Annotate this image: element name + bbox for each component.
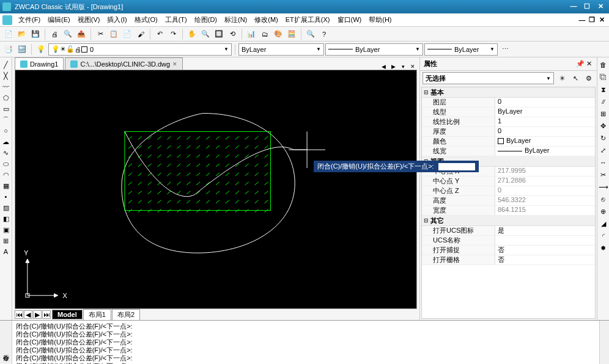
menu-view[interactable]: 视图(V) [74, 14, 104, 26]
tab-prev-button[interactable]: ◀ [379, 64, 388, 70]
prop-ucsname-value[interactable] [495, 236, 595, 245]
linetype-combo[interactable]: ByLayer ▼ [238, 43, 324, 56]
group-misc[interactable]: ⊟其它 [422, 216, 595, 226]
select-objects-button[interactable]: ↖ [570, 73, 581, 84]
design-center-button[interactable]: 🗂 [259, 28, 271, 40]
table-tool[interactable]: ⊞ [1, 236, 11, 246]
rect-tool[interactable]: ▭ [1, 104, 11, 114]
menu-help[interactable]: 帮助(H) [365, 14, 395, 26]
menu-window[interactable]: 窗口(W) [334, 14, 366, 26]
color-combo[interactable]: ByLayer ▼ [325, 43, 423, 56]
selection-combo[interactable]: 无选择 ▼ [423, 72, 554, 84]
menu-draw[interactable]: 绘图(D) [191, 14, 221, 26]
maximize-button[interactable]: ☐ [581, 2, 593, 11]
lineweight-combo[interactable]: ByLayer ▼ [424, 43, 498, 56]
tab-list-button[interactable]: ▾ [399, 64, 407, 70]
menu-dimension[interactable]: 标注(N) [221, 14, 251, 26]
model-tab[interactable]: Model [52, 310, 83, 319]
rotate-tool[interactable]: ↻ [599, 133, 608, 143]
ellipse-tool[interactable]: ⬭ [1, 159, 11, 169]
menu-insert[interactable]: 插入(I) [103, 14, 130, 26]
cut-button[interactable]: ✂ [94, 28, 106, 40]
menu-et[interactable]: ET扩展工具(X) [282, 14, 334, 26]
layout2-tab[interactable]: 布局2 [112, 309, 140, 321]
explode-tool[interactable]: ✸ [599, 243, 608, 253]
menu-file[interactable]: 文件(F) [15, 14, 44, 26]
calc-button[interactable]: 🧮 [286, 28, 298, 40]
minimize-button[interactable]: — [567, 2, 580, 11]
drawing-canvas[interactable]: X Y 闭合(C)/撤销(U)/拟合公差(F)/<下一点>: [15, 70, 417, 309]
matchprop-button[interactable]: 🖌 [135, 28, 147, 40]
props-button[interactable]: 📊 [245, 28, 257, 40]
ellipse-arc-tool[interactable]: ◠ [1, 170, 11, 180]
hatch-tool[interactable]: ▨ [1, 203, 11, 213]
pan-button[interactable]: ✋ [186, 28, 198, 40]
layer-combo[interactable]: 💡 ☀ 🔓 🖨 0 ▼ [48, 43, 232, 56]
arc-tool[interactable]: ⌒ [1, 115, 11, 125]
prop-linetype-value[interactable]: ByLayer [495, 107, 595, 117]
preview-button[interactable]: 🔍 [62, 28, 74, 40]
help-button[interactable]: ? [318, 28, 330, 40]
trim-tool[interactable]: ✂ [599, 170, 608, 180]
prop-snap-value[interactable]: 否 [495, 246, 595, 255]
gradient-tool[interactable]: ◧ [1, 214, 11, 224]
prop-ltscale-value[interactable]: 1 [495, 117, 595, 126]
pin-icon[interactable]: 📌 [576, 60, 585, 68]
menu-edit[interactable]: 编辑(E) [44, 14, 74, 26]
extend-tool[interactable]: ⟶ [599, 182, 608, 192]
zoom-win-button[interactable]: 🔲 [213, 28, 225, 40]
layer-manager-button[interactable]: 📑 [2, 43, 15, 56]
tab-clinic3d[interactable]: C:\...\Desktop\CLINIC-3D.dwg ✕ [65, 57, 183, 70]
prop-ucsicon-value[interactable]: 是 [495, 226, 595, 235]
prop-lineweight-value[interactable]: ByLayer [495, 147, 595, 156]
save-button[interactable]: 💾 [29, 28, 42, 40]
fillet-tool[interactable]: ◜ [599, 231, 608, 241]
scale-tool[interactable]: ⤢ [599, 145, 608, 155]
layout1-tab[interactable]: 布局1 [83, 309, 111, 321]
region-tool[interactable]: ▣ [1, 225, 11, 235]
search-button[interactable]: 🔍 [304, 28, 317, 40]
join-tool[interactable]: ⊕ [599, 206, 608, 216]
mtext-tool[interactable]: A [1, 247, 11, 257]
chamfer-tool[interactable]: ◢ [599, 219, 608, 228]
tab-close-icon[interactable]: ✕ [172, 61, 177, 67]
xline-tool[interactable]: ╳ [1, 71, 11, 81]
prop-thickness-value[interactable]: 0 [495, 127, 595, 136]
prop-color-value[interactable]: ByLayer [495, 137, 595, 146]
zoom-prev-button[interactable]: ⟲ [226, 28, 238, 40]
undo-button[interactable]: ↶ [153, 28, 166, 40]
break-tool[interactable]: ⎋ [599, 194, 608, 204]
menu-modify[interactable]: 修改(M) [251, 14, 282, 26]
command-scrollbar[interactable] [599, 321, 609, 364]
linetype-list-button[interactable]: ⋯ [499, 43, 511, 56]
tab-next-button[interactable]: ▶ [389, 64, 397, 70]
erase-tool[interactable]: 🗑 [599, 60, 608, 70]
polygon-tool[interactable]: ⬠ [1, 93, 11, 103]
menu-format[interactable]: 格式(O) [131, 14, 161, 26]
doc-restore-button[interactable]: ❐ [587, 16, 597, 24]
offset-tool[interactable]: ⫽ [599, 96, 608, 106]
pline-tool[interactable]: 〰 [1, 82, 11, 92]
group-basic[interactable]: ⊟基本 [422, 87, 595, 98]
point-tool[interactable]: • [1, 192, 11, 202]
tool-palettes-button[interactable]: 🎨 [272, 28, 284, 40]
menu-tools[interactable]: 工具(T) [161, 14, 191, 26]
tab-close-button[interactable]: ✕ [408, 64, 417, 70]
block-tool[interactable]: ▦ [1, 181, 11, 191]
line-tool[interactable]: ╱ [1, 60, 11, 70]
doc-close-button[interactable]: ✕ [597, 16, 607, 24]
spline-tool[interactable]: ∿ [1, 148, 11, 158]
circle-tool[interactable]: ○ [1, 126, 11, 136]
panel-close-icon[interactable]: ✕ [585, 60, 593, 68]
quick-select-button[interactable]: ⚙ [583, 73, 594, 84]
doc-minimize-button[interactable]: — [577, 16, 587, 24]
open-button[interactable]: 📂 [16, 28, 28, 40]
publish-button[interactable]: 📤 [75, 28, 87, 40]
copy-tool[interactable]: ⿻ [599, 72, 608, 82]
paste-button[interactable]: 📄 [121, 28, 133, 40]
copy-button[interactable]: 📋 [108, 28, 120, 40]
mirror-tool[interactable]: ⧗ [599, 84, 608, 94]
stretch-tool[interactable]: ↔ [599, 158, 608, 167]
print-button[interactable]: 🖨 [48, 28, 61, 40]
toggle-pickadd-button[interactable]: ✳ [556, 73, 567, 84]
